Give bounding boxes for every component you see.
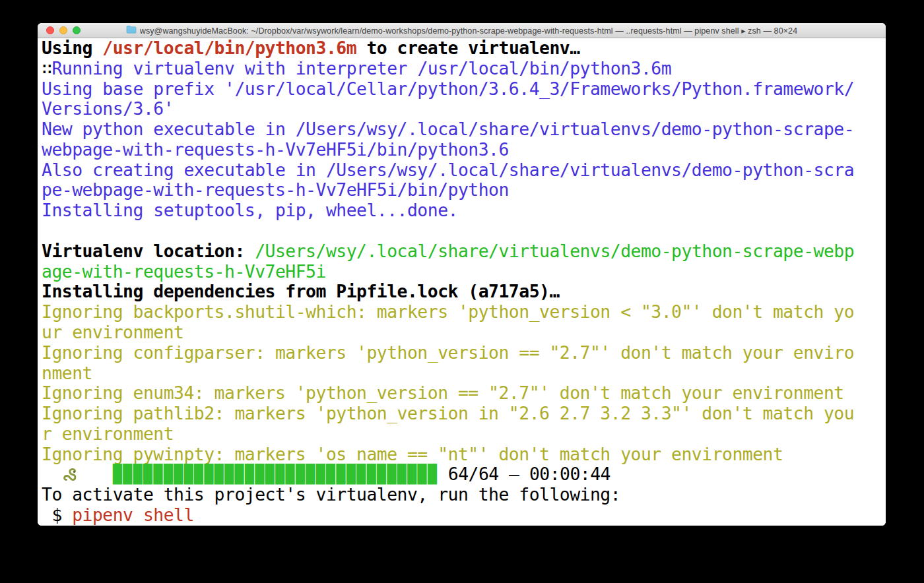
terminal-line: Ignoring configparser: markers 'python_v… <box>42 343 886 363</box>
terminal-text-segment: Versions/3.6' <box>42 98 174 119</box>
terminal-text-segment: nment <box>42 363 92 383</box>
terminal-line: ∷Running virtualenv with interpreter /us… <box>42 59 886 79</box>
terminal-text-segment: Installing setuptools, pip, wheel...done… <box>42 200 458 220</box>
terminal-line: webpage-with-requests-h-Vv7eHF5i/bin/pyt… <box>42 140 886 160</box>
folder-icon <box>126 24 137 36</box>
terminal-line <box>42 221 886 241</box>
terminal-text-segment: Installing dependencies from Pipfile.loc… <box>42 281 560 301</box>
terminal-line: $ pipenv shell <box>42 505 886 526</box>
terminal-text-segment: /Users/wsy/.local/share/virtualenvs/demo… <box>255 241 854 261</box>
terminal-line: Using /usr/local/bin/python3.6m to creat… <box>42 38 886 59</box>
terminal-text-segment: Using base prefix '/usr/local/Cellar/pyt… <box>42 78 854 99</box>
minimize-button[interactable] <box>59 26 67 34</box>
terminal-text-segment: webpage-with-requests-h-Vv7eHF5i/bin/pyt… <box>42 139 509 160</box>
terminal-text-segment <box>82 464 113 484</box>
terminal-text-segment: age-with-requests-h-Vv7eHF5i <box>42 261 326 282</box>
terminal-text-segment: pipenv shell <box>72 505 194 525</box>
terminal-text-segment: To activate this project's virtualenv, r… <box>42 484 620 505</box>
terminal-text-segment: r environment <box>42 423 174 444</box>
terminal-text-segment: /usr/local/bin/python3.6m <box>102 38 356 58</box>
zoom-button[interactable] <box>73 26 81 34</box>
terminal-line: Virtualenv location: /Users/wsy/.local/s… <box>42 241 886 262</box>
close-button[interactable] <box>46 26 54 34</box>
terminal-line: age-with-requests-h-Vv7eHF5i <box>42 262 886 282</box>
terminal-line: To activate this project's virtualenv, r… <box>42 485 886 505</box>
terminal-line: ▉▉▉▉▉▉▉▉▉▉▉▉▉▉▉▉▉▉▉▉▉▉▉▉▉▉▉▉▉▉▉▉ 64/64 —… <box>42 464 886 485</box>
terminal-text-segment: Running virtualenv with interpreter /usr… <box>51 58 671 78</box>
terminal-text-segment: Also creating executable in /Users/wsy/.… <box>42 160 854 180</box>
titlebar[interactable]: wsy@wangshuyideMacBook: ~/Dropbox/var/ws… <box>38 23 886 38</box>
terminal-line: r environment <box>42 424 886 445</box>
terminal-text-segment: ur environment <box>42 322 183 342</box>
terminal-line: pe-webpage-with-requests-h-Vv7eHF5i/bin/… <box>42 180 886 200</box>
terminal-text-segment: 64/64 — 00:00:44 <box>438 464 610 484</box>
terminal-text-segment: $ <box>42 505 72 525</box>
terminal-line: Installing dependencies from Pipfile.loc… <box>42 282 886 302</box>
terminal-line: nment <box>42 363 886 384</box>
terminal-text-segment: Ignoring configparser: markers 'python_v… <box>42 342 854 363</box>
terminal-text-segment: pe-webpage-with-requests-h-Vv7eHF5i/bin/… <box>42 179 509 200</box>
terminal-line: ur environment <box>42 322 886 343</box>
terminal-text-segment: Ignoring enum34: markers 'python_version… <box>42 383 844 403</box>
terminal-line: Ignoring backports.shutil-which: markers… <box>42 302 886 322</box>
terminal-line: Also creating executable in /Users/wsy/.… <box>42 160 886 181</box>
terminal-text-segment: Virtualenv location: <box>42 241 255 261</box>
terminal-screen[interactable]: Using /usr/local/bin/python3.6m to creat… <box>38 38 886 526</box>
terminal-text-segment: Ignoring backports.shutil-which: markers… <box>42 301 854 322</box>
terminal-line: Ignoring pathlib2: markers 'python_versi… <box>42 404 886 424</box>
window-title: wsy@wangshuyideMacBook: ~/Dropbox/var/ws… <box>140 26 797 36</box>
terminal-text-segment: Ignoring pathlib2: markers 'python_versi… <box>42 403 854 423</box>
terminal-text-segment: New python executable in /Users/wsy/.loc… <box>42 119 854 139</box>
terminal-line: Versions/3.6' <box>42 99 886 119</box>
terminal-text-segment: ∷ <box>42 58 51 78</box>
terminal-line: Ignoring pywinpty: markers 'os_name == "… <box>42 445 886 465</box>
terminal-text-segment: to create virtualenv… <box>356 38 580 58</box>
title-wrap: wsy@wangshuyideMacBook: ~/Dropbox/var/ws… <box>126 24 797 36</box>
terminal-text-segment <box>42 464 62 484</box>
terminal-text-segment: Using <box>42 38 102 58</box>
terminal-line: Using base prefix '/usr/local/Cellar/pyt… <box>42 79 886 100</box>
terminal-line: Ignoring enum34: markers 'python_version… <box>42 383 886 404</box>
terminal-text-segment: ▉▉▉▉▉▉▉▉▉▉▉▉▉▉▉▉▉▉▉▉▉▉▉▉▉▉▉▉▉▉▉▉ <box>113 464 438 484</box>
terminal-line: Installing setuptools, pip, wheel...done… <box>42 200 886 221</box>
traffic-lights <box>46 26 81 34</box>
terminal-line: New python executable in /Users/wsy/.loc… <box>42 119 886 140</box>
terminal-text-segment: Ignoring pywinpty: markers 'os_name == "… <box>42 444 783 464</box>
terminal-window: wsy@wangshuyideMacBook: ~/Dropbox/var/ws… <box>38 23 886 526</box>
snake-icon <box>62 464 82 485</box>
